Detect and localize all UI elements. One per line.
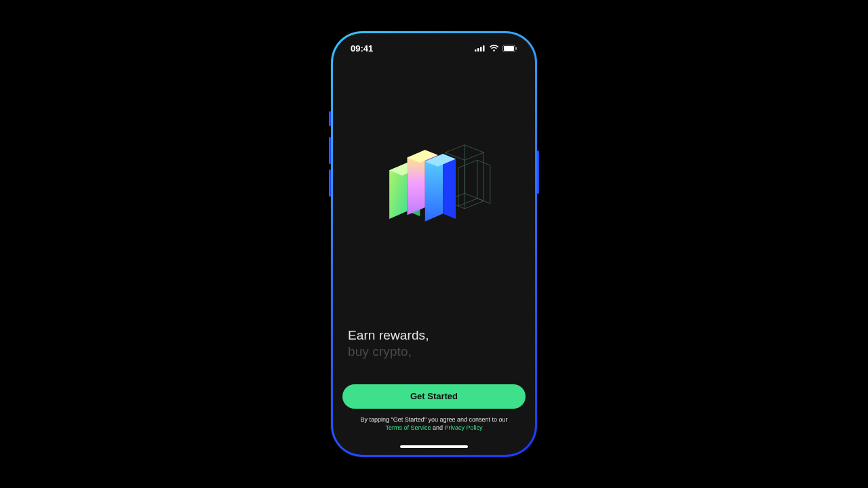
legal-text: By tapping "Get Started" you agree and c… — [342, 415, 526, 432]
svg-rect-1 — [477, 48, 479, 52]
wifi-icon — [489, 45, 499, 52]
svg-rect-6 — [516, 47, 517, 49]
phone-side-button — [329, 111, 331, 126]
stage: 09:41 — [0, 0, 868, 488]
svg-rect-3 — [483, 45, 485, 52]
svg-rect-0 — [475, 49, 477, 52]
home-indicator-bar — [400, 445, 468, 448]
app-logo — [348, 63, 520, 327]
hero-section: Earn rewards, buy crypto, — [333, 63, 535, 375]
cellular-signal-icon — [475, 45, 486, 52]
legal-prefix: By tapping "Get Started" you agree and c… — [360, 416, 507, 423]
phone-screen: 09:41 — [333, 33, 535, 455]
status-time: 09:41 — [351, 43, 373, 54]
onboarding-content: Earn rewards, buy crypto, Get Started By… — [333, 63, 535, 439]
svg-rect-2 — [480, 47, 482, 52]
bars-3d-icon — [370, 131, 498, 239]
phone-volume-down-button — [329, 169, 331, 197]
status-indicators — [475, 45, 517, 52]
privacy-policy-link[interactable]: Privacy Policy — [445, 424, 483, 431]
phone-volume-up-button — [329, 137, 331, 164]
svg-rect-5 — [504, 46, 514, 51]
cta-area: Get Started By tapping "Get Started" you… — [333, 375, 535, 439]
battery-icon — [502, 45, 517, 52]
get-started-button[interactable]: Get Started — [342, 384, 526, 409]
tagline: Earn rewards, buy crypto, — [348, 327, 520, 360]
phone-frame: 09:41 — [331, 31, 537, 457]
tagline-line-1: Earn rewards, — [348, 327, 520, 344]
terms-of-service-link[interactable]: Terms of Service — [385, 424, 431, 431]
home-indicator[interactable] — [333, 439, 535, 455]
phone-power-button — [537, 150, 539, 194]
legal-joiner: and — [431, 424, 444, 431]
tagline-line-2: buy crypto, — [348, 344, 520, 360]
status-bar: 09:41 — [333, 33, 535, 63]
